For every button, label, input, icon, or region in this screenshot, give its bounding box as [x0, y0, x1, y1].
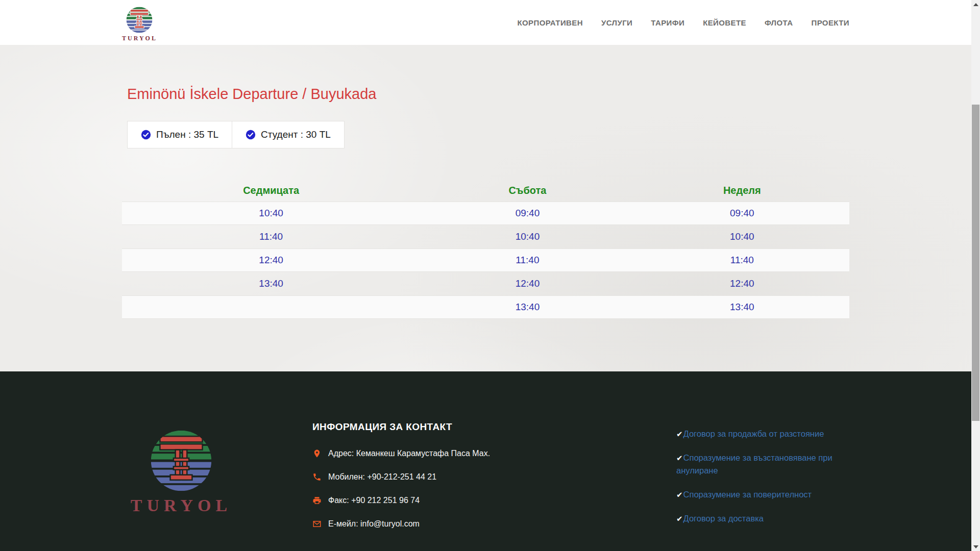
- vertical-scrollbar[interactable]: [971, 0, 980, 551]
- fare-badge-full: Пълен : 35 TL: [127, 121, 232, 148]
- time-cell: 10:40: [635, 231, 849, 242]
- time-cell: 11:40: [420, 255, 634, 266]
- checkmark-icon: ✔: [676, 490, 683, 499]
- footer-links: ✔Договор за продажба от разстояние ✔Спор…: [676, 428, 852, 536]
- contact-fax: Факс: +90 212 251 96 74: [312, 496, 490, 505]
- contact-email-text: Е-мейл: info@turyol.com: [328, 519, 420, 529]
- location-pin-icon: [312, 449, 322, 458]
- footer-logo-text: TURYOL: [122, 496, 240, 515]
- checkmark-icon: ✔: [676, 454, 683, 462]
- time-cell: 13:40: [122, 278, 420, 289]
- scrollbar-thumb[interactable]: [972, 105, 979, 421]
- nav-item-services[interactable]: УСЛУГИ: [601, 18, 632, 27]
- page-title: Eminönü İskele Departure / Buyukada: [127, 45, 849, 103]
- fare-badges: Пълен : 35 TL Студент : 30 TL: [127, 121, 849, 148]
- turyol-logo-icon: [126, 6, 153, 34]
- time-cell: 12:40: [122, 255, 420, 266]
- nav-item-tariffs[interactable]: ТАРИФИ: [651, 18, 684, 27]
- contact-address-text: Адрес: Кеманкеш Карамустафа Паса Мах.: [328, 449, 490, 458]
- link-distance-sales-agreement[interactable]: ✔Договор за продажба от разстояние: [676, 428, 852, 440]
- nav-item-piers[interactable]: КЕЙОВЕТЕ: [703, 18, 746, 27]
- time-cell: 13:40: [420, 302, 634, 313]
- table-row: 12:40 11:40 11:40: [122, 248, 849, 272]
- check-circle-icon: [141, 130, 151, 140]
- checkmark-icon: ✔: [676, 514, 683, 523]
- time-cell: 10:40: [122, 208, 420, 219]
- table-row: 13:40 13:40: [122, 295, 849, 319]
- time-cell: 12:40: [420, 278, 634, 289]
- nav-item-projects[interactable]: ПРОЕКТИ: [811, 18, 849, 27]
- time-cell: 13:40: [635, 302, 849, 313]
- scroll-up-icon[interactable]: [971, 0, 980, 9]
- time-cell: 11:40: [122, 231, 420, 242]
- check-circle-icon: [246, 130, 256, 140]
- schedule-table: Седмицата Събота Неделя 10:40 09:40 09:4…: [122, 179, 849, 319]
- contact-heading: ИНФОРМАЦИЯ ЗА КОНТАКТ: [312, 421, 490, 433]
- table-row: 10:40 09:40 09:40: [122, 202, 849, 225]
- footer-contact: ИНФОРМАЦИЯ ЗА КОНТАКТ Адрес: Кеманкеш Ка…: [312, 421, 490, 543]
- time-cell: 12:40: [635, 278, 849, 289]
- envelope-icon: [312, 519, 322, 529]
- header-logo[interactable]: TURYOL: [122, 3, 157, 42]
- site-header: TURYOL КОРПОРАТИВЕН УСЛУГИ ТАРИФИ КЕЙОВЕ…: [0, 0, 971, 45]
- nav-item-fleet[interactable]: ФЛОТА: [765, 18, 793, 27]
- link-cancellation-refund-agreement[interactable]: ✔Споразумение за възстановяване при анул…: [676, 452, 852, 477]
- fare-label: Студент : 30 TL: [261, 129, 331, 140]
- main-nav: КОРПОРАТИВЕН УСЛУГИ ТАРИФИ КЕЙОВЕТЕ ФЛОТ…: [518, 18, 850, 27]
- turyol-logo-icon: [149, 429, 213, 493]
- schedule-header-row: Седмицата Събота Неделя: [122, 179, 849, 202]
- table-row: 13:40 12:40 12:40: [122, 272, 849, 295]
- contact-fax-text: Факс: +90 212 251 96 74: [328, 496, 420, 505]
- time-cell: 11:40: [635, 255, 849, 266]
- footer-logo[interactable]: TURYOL: [122, 429, 240, 515]
- phone-icon: [312, 472, 322, 482]
- fare-badge-student: Студент : 30 TL: [232, 121, 345, 148]
- page: TURYOL КОРПОРАТИВЕН УСЛУГИ ТАРИФИ КЕЙОВЕ…: [0, 0, 971, 551]
- fax-icon: [312, 496, 322, 505]
- time-cell: 09:40: [420, 208, 634, 219]
- contact-mobile-text: Мобилен: +90-212-251 44 21: [328, 472, 436, 482]
- contact-address: Адрес: Кеманкеш Карамустафа Паса Мах.: [312, 449, 490, 458]
- checkmark-icon: ✔: [676, 430, 683, 438]
- site-footer: TURYOL ИНФОРМАЦИЯ ЗА КОНТАКТ Адрес: Кема…: [0, 371, 971, 551]
- column-header-sunday: Неделя: [635, 185, 849, 196]
- column-header-saturday: Събота: [420, 185, 634, 196]
- column-header-weekdays: Седмицата: [122, 185, 420, 196]
- scroll-down-icon[interactable]: [971, 542, 980, 551]
- nav-item-corporate[interactable]: КОРПОРАТИВЕН: [518, 18, 583, 27]
- link-privacy-agreement[interactable]: ✔Споразумение за поверителност: [676, 488, 852, 501]
- main-content: Eminönü İskele Departure / Buyukada Пъле…: [0, 45, 971, 371]
- table-row: 11:40 10:40 10:40: [122, 225, 849, 248]
- time-cell: 10:40: [420, 231, 634, 242]
- header-logo-text: TURYOL: [122, 35, 157, 42]
- time-cell: 09:40: [635, 208, 849, 219]
- link-delivery-agreement[interactable]: ✔Договор за доставка: [676, 512, 852, 525]
- fare-label: Пълен : 35 TL: [156, 129, 218, 140]
- contact-mobile: Мобилен: +90-212-251 44 21: [312, 472, 490, 482]
- contact-email: Е-мейл: info@turyol.com: [312, 519, 490, 529]
